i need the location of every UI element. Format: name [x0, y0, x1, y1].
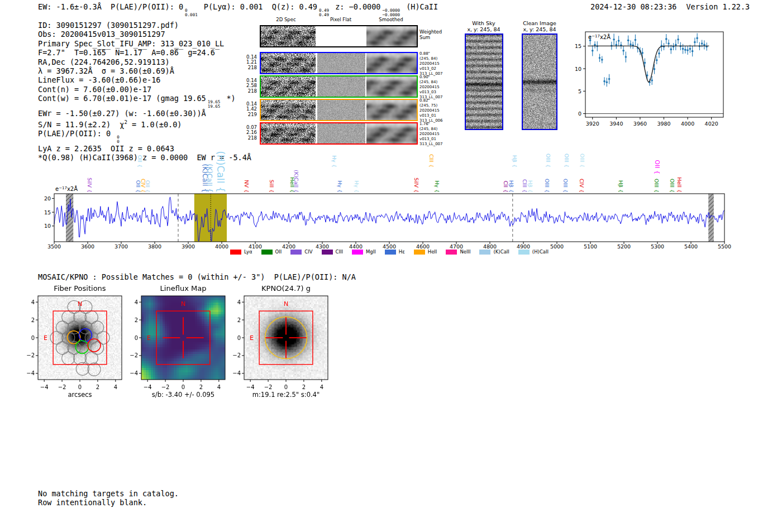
legend-label: OII	[275, 249, 282, 255]
legend-label: Hε	[399, 249, 405, 255]
spectral-line-label-(H)CaII: (H)CaII {	[215, 151, 226, 193]
spectral-line-label-OIII: OIII {	[579, 154, 585, 167]
fiber_positions-title: Fiber Positions	[54, 284, 106, 293]
legend-swatch	[290, 250, 302, 255]
spectral-line-label-Hβ: Hβ {	[508, 180, 514, 193]
spectral-line-label-Hγ: Hγ {	[354, 180, 360, 193]
legend-item-Hε: Hε	[385, 249, 405, 255]
legend-swatch	[352, 250, 363, 255]
cutout-row-right-labels: 0.88" (245, 84) 20200415 v013_02 313_LL_…	[419, 51, 443, 76]
cutout-image	[366, 53, 417, 73]
svg-text:−4: −4	[232, 370, 241, 376]
footer-line-1: No matching targets in catalog.	[38, 489, 179, 498]
legend-label: HeII	[428, 249, 437, 255]
spectral-line-label-OIII: OIII {	[669, 179, 675, 193]
footer-line-2: Row intentionally blank.	[38, 498, 147, 507]
legend-label: NeIII	[460, 249, 470, 255]
spectral-line-label-SiIV: SiIV {	[87, 178, 93, 193]
info-line-11: S/N = 11.9(±2.2) χ2 = 1.0(±0.0)	[38, 118, 251, 129]
spectral-line-label-OII: OII {	[145, 180, 151, 193]
cutout-row-right-labels: Weighted Sum	[419, 29, 442, 40]
cutout-image	[261, 123, 316, 143]
cutout-col-header: 2D Spec	[261, 17, 311, 22]
spectral-line-label-SiIV: SiIV {	[413, 178, 419, 193]
legend-item-Lyα: Lyα	[230, 249, 252, 255]
kpno_g-xlabel: m:19.1 re:2.5" s:0.4"	[252, 391, 320, 399]
svg-text:0: 0	[237, 335, 241, 341]
with-sky-cutout-image	[465, 33, 503, 130]
svg-text:−2: −2	[264, 384, 273, 390]
svg-text:10: 10	[575, 66, 581, 72]
text-segment: (H)CaII	[402, 2, 438, 11]
legend-label: (K)CaII	[493, 249, 509, 255]
spectral-line-label-(K)CaII: (K)CaII {	[293, 170, 299, 193]
legend-swatch	[414, 250, 425, 255]
legend-label: CIV	[304, 249, 312, 255]
info-line-2: Obs: 20200415v013_3090151297	[38, 30, 251, 39]
legend-swatch	[385, 250, 396, 255]
gaussian-fit-plot: 392039403960398040004020051015e−17x2Å	[575, 28, 732, 131]
spectral-line-label-SiII: SiII {	[269, 180, 275, 193]
legend-swatch	[446, 250, 457, 255]
spectral-line-label-NV: NV {	[244, 180, 250, 193]
cutout-row-left-labels: 0.07 2.16 218	[239, 125, 257, 141]
info-line-5: RA,Dec (224.764206,52.919113)	[38, 57, 251, 66]
text-segment: Obs: 20200415v013_3090151297	[38, 30, 165, 39]
cutout-row-right-labels: 0.90" (245, 84) 20200415 v013_03 313_LL_…	[419, 75, 443, 100]
svg-text:3940: 3940	[609, 121, 623, 127]
spectral-line-label-OIII: OIII {	[544, 179, 550, 193]
spectral-line-label-Hβ: Hβ {	[527, 180, 533, 193]
lineflux_map-xlabel: s/b: -3.40 +/- 0.095	[152, 391, 214, 399]
spectral-line-label-OIII: OIII {	[654, 179, 660, 193]
fiber_positions-image	[38, 296, 122, 380]
text-segment: Cont(n) = 7.60(±0.00)e-17	[38, 85, 151, 94]
report-version: Version 1.22.3	[686, 2, 750, 11]
lineflux_map-image	[141, 296, 225, 380]
cutout-image	[366, 100, 417, 120]
detection-info-block: ID: 3090151297 (3090151297.pdf)Obs: 2020…	[38, 21, 251, 162]
cutout-col-header: Smoothed	[366, 17, 416, 22]
cutout-row-3	[260, 99, 418, 121]
clean-image-cutout	[522, 33, 557, 130]
text-segment: Cont(w) = 6.70(±0.01)e-17 (gmag 19.65	[38, 94, 206, 103]
svg-text:2: 2	[199, 384, 203, 390]
legend-item-CIV: CIV	[290, 249, 312, 255]
spectral-line-label-OIII: OIII {	[562, 179, 569, 193]
legend-item-HeII: HeII	[414, 249, 437, 255]
spectral-line-label-Hγ: Hγ {	[337, 180, 343, 193]
svg-text:−4: −4	[40, 384, 49, 390]
info-line-10: EWr = -1.50(±0.27) (w: -1.60(±0.30))Å	[38, 109, 251, 118]
svg-text:5: 5	[578, 88, 581, 94]
stacked-fraction: 0.490.49	[319, 8, 329, 17]
svg-text:4000: 4000	[681, 121, 694, 127]
svg-text:3980: 3980	[657, 121, 670, 127]
svg-text:0: 0	[78, 384, 82, 390]
spectral-line-label-Hβ: Hβ {	[618, 180, 624, 193]
text-segment: F=2.7" T=0.1̅6̅5̅ N=1.1̅7̅ A=0.8̅6̅ g=24…	[38, 48, 215, 57]
info-line-8: Cont(n) = 7.60(±0.00)e-17	[38, 85, 251, 94]
cutout-image	[366, 123, 417, 143]
spectral-line-label-OIII: OIII {	[564, 154, 570, 167]
legend-swatch	[479, 250, 490, 255]
svg-text:3920: 3920	[586, 121, 599, 127]
svg-text:2: 2	[96, 384, 99, 390]
svg-text:15: 15	[575, 43, 581, 49]
text-segment: P(LAE)/P(OII): 0	[38, 129, 115, 138]
legend-swatch	[261, 250, 273, 255]
cutout-image	[366, 26, 417, 46]
legend-swatch	[230, 250, 241, 255]
text-segment: ID: 3090151297 (3090151297.pdf)	[38, 21, 179, 30]
cutout-image	[317, 123, 365, 143]
cutout-image	[317, 26, 365, 46]
text-segment: RA,Dec (224.764206,52.919113)	[38, 57, 170, 66]
svg-text:0: 0	[182, 384, 185, 390]
legend-swatch	[322, 250, 333, 255]
svg-text:−4: −4	[246, 384, 255, 390]
stack-sub: 0	[117, 140, 120, 144]
svg-text:4: 4	[320, 384, 323, 390]
info-line-12: P(LAE)/P(OII): 0 00	[38, 129, 251, 144]
text-segment: EWr = -1.50(±0.27) (w: -1.60(±0.30))Å	[38, 109, 206, 118]
cutout-image	[317, 53, 365, 73]
legend-label: MgII	[366, 249, 376, 255]
svg-text:10: 10	[44, 223, 51, 229]
